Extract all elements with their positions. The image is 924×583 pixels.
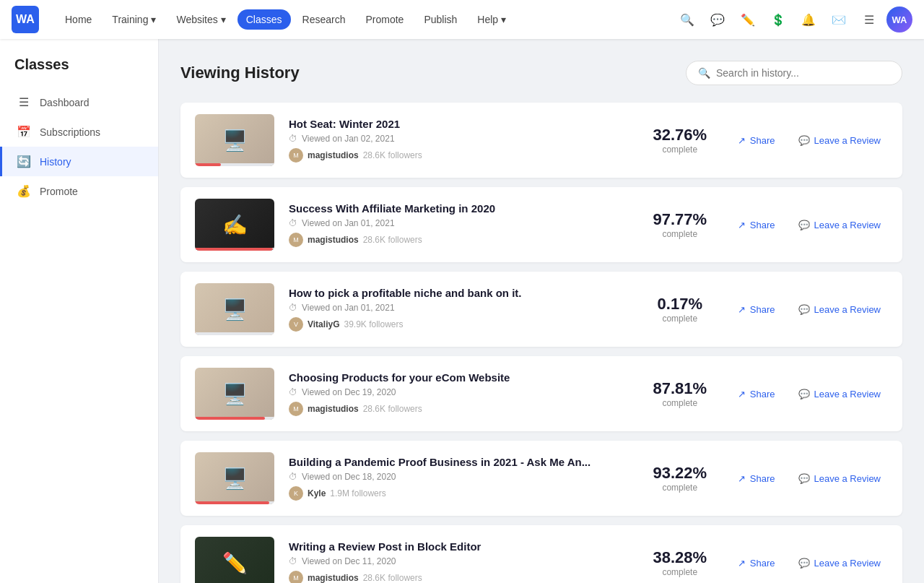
thumbnail-image: ✍️ [195,199,274,251]
course-thumbnail[interactable]: 🖥️ [195,368,274,420]
history-icon: 🔄 [17,155,31,168]
user-avatar[interactable]: WA [886,7,912,33]
course-title[interactable]: Success With Affiliate Marketing in 2020 [289,202,629,215]
navbar: WA Home Training ▾ Websites ▾ Classes Re… [0,0,924,39]
course-progress: 93.22% complete [644,464,716,493]
author-name[interactable]: VitaliyG [308,319,339,329]
share-button[interactable]: ↗ Share [731,384,783,404]
author-name[interactable]: magistudios [308,235,359,245]
search-icon[interactable]: 🔍 [674,7,700,33]
review-label: Leave a Review [814,389,881,400]
author-avatar: M [289,571,303,583]
share-icon: ↗ [738,558,746,569]
chat-icon[interactable]: 💬 [705,7,731,33]
dollar-icon[interactable]: 💲 [765,7,791,33]
review-icon: 💬 [798,558,810,569]
progress-complete-label: complete [644,314,716,324]
leave-review-button[interactable]: 💬 Leave a Review [791,215,889,235]
review-label: Leave a Review [814,558,881,569]
course-title[interactable]: How to pick a profitable niche and bank … [289,287,629,299]
share-button[interactable]: ↗ Share [731,300,783,319]
course-card: ✏️ Writing a Review Post in Block Editor… [180,525,902,583]
course-thumbnail[interactable]: ✏️ [195,537,274,583]
navbar-item-help[interactable]: Help ▾ [468,9,515,30]
course-thumbnail[interactable]: 🖥️ [195,114,274,166]
leave-review-button[interactable]: 💬 Leave a Review [791,300,889,319]
leave-review-button[interactable]: 💬 Leave a Review [791,131,889,150]
progress-bar-fill [195,163,221,166]
bell-icon[interactable]: 🔔 [796,7,821,33]
leave-review-button[interactable]: 💬 Leave a Review [791,553,889,573]
progress-bar-bg [195,248,274,251]
course-actions: ↗ Share 💬 Leave a Review [731,553,888,573]
page-layout: Classes ☰ Dashboard 📅 Subscriptions 🔄 Hi… [0,39,924,583]
progress-complete-label: complete [644,483,716,493]
share-button[interactable]: ↗ Share [731,553,783,573]
progress-bar-fill [195,501,269,504]
course-thumbnail[interactable]: 🖥️ [195,283,274,335]
navbar-item-home[interactable]: Home [56,9,100,30]
search-box[interactable]: 🔍 [686,61,902,85]
search-input[interactable] [716,67,890,79]
course-title[interactable]: Choosing Products for your eCom Website [289,371,629,384]
course-author: M magistudios 28.6K followers [289,148,629,163]
course-progress: 32.76% complete [644,126,716,155]
course-title[interactable]: Writing a Review Post in Block Editor [289,540,629,553]
navbar-item-publish[interactable]: Publish [415,9,466,30]
author-name[interactable]: magistudios [308,404,359,414]
leave-review-button[interactable]: 💬 Leave a Review [791,384,889,404]
course-actions: ↗ Share 💬 Leave a Review [731,131,888,150]
review-icon: 💬 [798,473,810,484]
clock-icon: ⏱ [289,303,297,313]
sidebar-item-history[interactable]: 🔄 History [0,147,158,176]
share-label: Share [750,135,775,146]
review-label: Leave a Review [814,304,881,315]
progress-complete-label: complete [644,229,716,239]
author-name[interactable]: magistudios [308,573,359,583]
review-label: Leave a Review [814,135,881,146]
share-button[interactable]: ↗ Share [731,469,783,488]
review-label: Leave a Review [814,220,881,230]
author-name[interactable]: magistudios [308,150,359,160]
divider [180,436,902,436]
menu-icon[interactable]: ☰ [856,7,882,33]
sidebar-title: Classes [0,56,158,87]
share-button[interactable]: ↗ Share [731,131,783,150]
edit-icon[interactable]: ✏️ [735,7,761,33]
progress-complete-label: complete [644,567,716,577]
thumbnail-image: 🖥️ [195,114,274,166]
course-title[interactable]: Hot Seat: Winter 2021 [289,118,629,130]
navbar-item-websites[interactable]: Websites ▾ [167,9,234,30]
course-thumbnail[interactable]: 🖥️ [195,452,274,504]
course-title[interactable]: Building a Pandemic Proof Business in 20… [289,456,629,468]
share-label: Share [750,473,775,484]
navbar-item-research[interactable]: Research [294,9,354,30]
progress-percentage: 93.22% [644,464,716,483]
course-card: 🖥️ Hot Seat: Winter 2021 ⏱ Viewed on Jan… [180,103,902,178]
share-button[interactable]: ↗ Share [731,215,783,235]
leave-review-button[interactable]: 💬 Leave a Review [791,469,889,488]
search-icon-small: 🔍 [698,67,710,79]
sidebar-item-subscriptions[interactable]: 📅 Subscriptions [0,117,158,147]
course-viewed-date: Viewed on Jan 02, 2021 [302,134,395,144]
course-author: M magistudios 28.6K followers [289,402,629,416]
mail-icon[interactable]: ✉️ [826,7,852,33]
progress-percentage: 97.77% [644,210,716,229]
course-meta: ⏱ Viewed on Jan 01, 2021 [289,218,629,228]
progress-percentage: 32.76% [644,126,716,144]
course-viewed-date: Viewed on Jan 01, 2021 [302,218,395,228]
course-progress: 0.17% complete [644,295,716,324]
author-avatar: V [289,317,303,332]
navbar-item-training[interactable]: Training ▾ [103,9,165,30]
divider [180,267,902,267]
sidebar-item-promote[interactable]: 💰 Promote [0,176,158,206]
navbar-item-classes[interactable]: Classes [237,9,291,30]
author-name[interactable]: Kyle [308,488,326,498]
clock-icon: ⏱ [289,472,297,482]
sidebar-item-dashboard[interactable]: ☰ Dashboard [0,87,158,117]
clock-icon: ⏱ [289,556,297,566]
share-label: Share [750,304,775,315]
brand-logo[interactable]: WA [12,6,39,33]
navbar-item-promote[interactable]: Promote [357,9,412,30]
course-thumbnail[interactable]: ✍️ [195,199,274,251]
